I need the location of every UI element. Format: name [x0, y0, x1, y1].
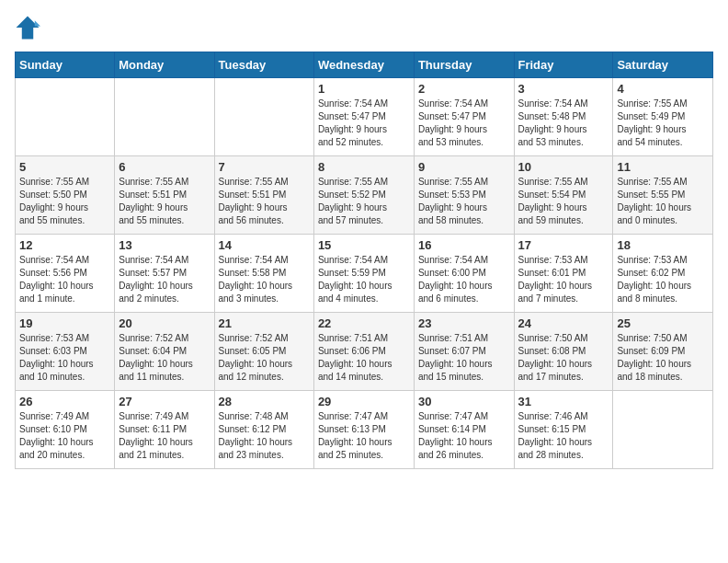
day-info: Sunrise: 7:50 AM Sunset: 6:08 PM Dayligh… — [518, 332, 609, 384]
calendar-day-cell: 10Sunrise: 7:55 AM Sunset: 5:54 PM Dayli… — [514, 156, 613, 235]
day-number: 10 — [518, 160, 609, 174]
calendar-day-cell — [16, 78, 115, 156]
day-info: Sunrise: 7:55 AM Sunset: 5:51 PM Dayligh… — [119, 176, 210, 227]
day-number: 19 — [19, 316, 110, 330]
logo — [15, 15, 44, 40]
calendar-body: 1Sunrise: 7:54 AM Sunset: 5:47 PM Daylig… — [16, 78, 713, 469]
day-info: Sunrise: 7:52 AM Sunset: 6:04 PM Dayligh… — [119, 332, 210, 384]
calendar-day-cell: 28Sunrise: 7:48 AM Sunset: 6:12 PM Dayli… — [214, 391, 313, 469]
day-info: Sunrise: 7:47 AM Sunset: 6:13 PM Dayligh… — [318, 410, 410, 462]
calendar-header-row: SundayMondayTuesdayWednesdayThursdayFrid… — [16, 52, 713, 78]
calendar-day-cell: 18Sunrise: 7:53 AM Sunset: 6:02 PM Dayli… — [613, 235, 713, 313]
day-info: Sunrise: 7:53 AM Sunset: 6:02 PM Dayligh… — [617, 254, 709, 305]
calendar-week-row: 1Sunrise: 7:54 AM Sunset: 5:47 PM Daylig… — [16, 78, 713, 156]
day-info: Sunrise: 7:55 AM Sunset: 5:49 PM Dayligh… — [617, 98, 709, 149]
day-number: 16 — [418, 238, 510, 252]
day-number: 28 — [219, 395, 310, 408]
calendar-day-header: Tuesday — [214, 52, 313, 78]
calendar-day-cell — [613, 391, 713, 469]
calendar-day-cell: 8Sunrise: 7:55 AM Sunset: 5:52 PM Daylig… — [313, 156, 414, 235]
logo-icon — [15, 15, 40, 40]
day-info: Sunrise: 7:46 AM Sunset: 6:15 PM Dayligh… — [518, 410, 609, 462]
calendar-day-header: Saturday — [613, 52, 713, 78]
calendar-day-cell: 15Sunrise: 7:54 AM Sunset: 5:59 PM Dayli… — [313, 235, 414, 313]
day-number: 8 — [318, 160, 410, 174]
day-number: 30 — [418, 395, 510, 408]
day-number: 26 — [19, 395, 110, 408]
day-number: 14 — [219, 238, 310, 252]
day-number: 1 — [318, 82, 410, 96]
calendar-day-cell: 13Sunrise: 7:54 AM Sunset: 5:57 PM Dayli… — [115, 235, 214, 313]
calendar-day-cell: 6Sunrise: 7:55 AM Sunset: 5:51 PM Daylig… — [115, 156, 214, 235]
calendar-day-cell: 21Sunrise: 7:52 AM Sunset: 6:05 PM Dayli… — [214, 313, 313, 391]
day-number: 27 — [119, 395, 210, 408]
day-number: 15 — [318, 238, 410, 252]
day-number: 24 — [518, 316, 609, 330]
calendar-week-row: 5Sunrise: 7:55 AM Sunset: 5:50 PM Daylig… — [16, 156, 713, 235]
day-info: Sunrise: 7:54 AM Sunset: 5:47 PM Dayligh… — [418, 98, 510, 149]
calendar-day-cell: 31Sunrise: 7:46 AM Sunset: 6:15 PM Dayli… — [514, 391, 613, 469]
day-info: Sunrise: 7:54 AM Sunset: 5:48 PM Dayligh… — [518, 98, 609, 149]
page-header — [15, 15, 713, 40]
calendar-day-cell — [115, 78, 214, 156]
calendar-day-cell: 27Sunrise: 7:49 AM Sunset: 6:11 PM Dayli… — [115, 391, 214, 469]
calendar-day-cell: 4Sunrise: 7:55 AM Sunset: 5:49 PM Daylig… — [613, 78, 713, 156]
day-number: 3 — [518, 82, 609, 96]
day-info: Sunrise: 7:55 AM Sunset: 5:55 PM Dayligh… — [617, 176, 709, 227]
day-info: Sunrise: 7:52 AM Sunset: 6:05 PM Dayligh… — [219, 332, 310, 384]
day-number: 23 — [418, 316, 510, 330]
day-number: 20 — [119, 316, 210, 330]
calendar-day-cell: 5Sunrise: 7:55 AM Sunset: 5:50 PM Daylig… — [16, 156, 115, 235]
calendar-day-cell: 29Sunrise: 7:47 AM Sunset: 6:13 PM Dayli… — [313, 391, 414, 469]
calendar-day-cell: 22Sunrise: 7:51 AM Sunset: 6:06 PM Dayli… — [313, 313, 414, 391]
day-number: 6 — [119, 160, 210, 174]
day-info: Sunrise: 7:48 AM Sunset: 6:12 PM Dayligh… — [219, 410, 310, 462]
day-number: 5 — [19, 160, 110, 174]
calendar-day-cell: 9Sunrise: 7:55 AM Sunset: 5:53 PM Daylig… — [414, 156, 514, 235]
day-info: Sunrise: 7:53 AM Sunset: 6:03 PM Dayligh… — [19, 332, 110, 384]
calendar-day-cell: 7Sunrise: 7:55 AM Sunset: 5:51 PM Daylig… — [214, 156, 313, 235]
calendar-day-cell: 24Sunrise: 7:50 AM Sunset: 6:08 PM Dayli… — [514, 313, 613, 391]
day-number: 31 — [518, 395, 609, 408]
calendar-day-cell: 14Sunrise: 7:54 AM Sunset: 5:58 PM Dayli… — [214, 235, 313, 313]
calendar-week-row: 12Sunrise: 7:54 AM Sunset: 5:56 PM Dayli… — [16, 235, 713, 313]
calendar-day-cell: 23Sunrise: 7:51 AM Sunset: 6:07 PM Dayli… — [414, 313, 514, 391]
day-number: 2 — [418, 82, 510, 96]
calendar-day-cell: 16Sunrise: 7:54 AM Sunset: 6:00 PM Dayli… — [414, 235, 514, 313]
day-info: Sunrise: 7:55 AM Sunset: 5:54 PM Dayligh… — [518, 176, 609, 227]
day-number: 4 — [617, 82, 709, 96]
day-number: 18 — [617, 238, 709, 252]
day-number: 13 — [119, 238, 210, 252]
day-number: 11 — [617, 160, 709, 174]
day-info: Sunrise: 7:47 AM Sunset: 6:14 PM Dayligh… — [418, 410, 510, 462]
day-info: Sunrise: 7:54 AM Sunset: 5:57 PM Dayligh… — [119, 254, 210, 305]
day-info: Sunrise: 7:53 AM Sunset: 6:01 PM Dayligh… — [518, 254, 609, 305]
day-number: 9 — [418, 160, 510, 174]
calendar-week-row: 19Sunrise: 7:53 AM Sunset: 6:03 PM Dayli… — [16, 313, 713, 391]
day-number: 7 — [219, 160, 310, 174]
calendar-day-cell: 1Sunrise: 7:54 AM Sunset: 5:47 PM Daylig… — [313, 78, 414, 156]
day-number: 22 — [318, 316, 410, 330]
day-info: Sunrise: 7:55 AM Sunset: 5:51 PM Dayligh… — [219, 176, 310, 227]
calendar-table: SundayMondayTuesdayWednesdayThursdayFrid… — [15, 52, 713, 469]
calendar-day-cell: 20Sunrise: 7:52 AM Sunset: 6:04 PM Dayli… — [115, 313, 214, 391]
day-info: Sunrise: 7:55 AM Sunset: 5:53 PM Dayligh… — [418, 176, 510, 227]
day-info: Sunrise: 7:49 AM Sunset: 6:11 PM Dayligh… — [119, 410, 210, 462]
day-info: Sunrise: 7:54 AM Sunset: 5:47 PM Dayligh… — [318, 98, 410, 149]
calendar-day-cell: 3Sunrise: 7:54 AM Sunset: 5:48 PM Daylig… — [514, 78, 613, 156]
day-info: Sunrise: 7:54 AM Sunset: 6:00 PM Dayligh… — [418, 254, 510, 305]
svg-marker-0 — [17, 17, 40, 40]
day-info: Sunrise: 7:55 AM Sunset: 5:50 PM Dayligh… — [19, 176, 110, 227]
day-number: 12 — [19, 238, 110, 252]
calendar-day-cell: 17Sunrise: 7:53 AM Sunset: 6:01 PM Dayli… — [514, 235, 613, 313]
day-info: Sunrise: 7:55 AM Sunset: 5:52 PM Dayligh… — [318, 176, 410, 227]
calendar-day-cell: 19Sunrise: 7:53 AM Sunset: 6:03 PM Dayli… — [16, 313, 115, 391]
day-number: 21 — [219, 316, 310, 330]
day-info: Sunrise: 7:54 AM Sunset: 5:56 PM Dayligh… — [19, 254, 110, 305]
calendar-day-header: Sunday — [16, 52, 115, 78]
day-number: 17 — [518, 238, 609, 252]
calendar-day-cell: 2Sunrise: 7:54 AM Sunset: 5:47 PM Daylig… — [414, 78, 514, 156]
calendar-day-header: Wednesday — [313, 52, 414, 78]
day-info: Sunrise: 7:51 AM Sunset: 6:07 PM Dayligh… — [418, 332, 510, 384]
day-info: Sunrise: 7:54 AM Sunset: 5:58 PM Dayligh… — [219, 254, 310, 305]
